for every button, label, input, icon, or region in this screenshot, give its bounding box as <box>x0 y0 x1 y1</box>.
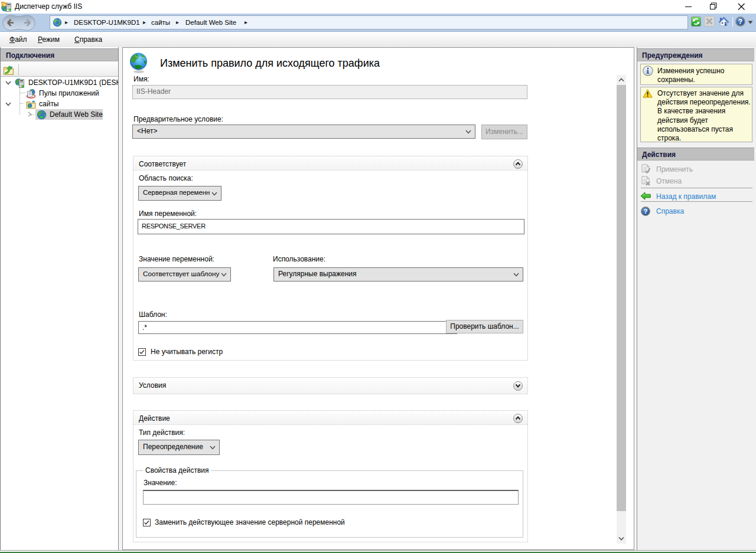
svg-text:?: ? <box>738 18 742 26</box>
svg-text:?: ? <box>644 208 648 215</box>
